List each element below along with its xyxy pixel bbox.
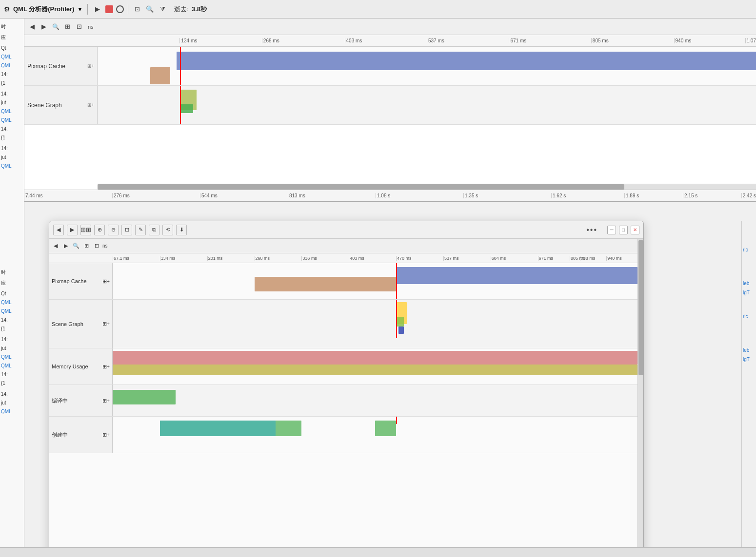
code-line: {1 xyxy=(0,325,24,333)
code-line: jut xyxy=(0,98,24,107)
right-text-leb1: leb xyxy=(742,279,756,288)
search-button[interactable]: 🔍 xyxy=(145,4,155,14)
browser-zoomin-btn[interactable]: ⊕ xyxy=(94,225,105,235)
bottom-status-bar xyxy=(0,547,756,557)
pixmap-blue-bar-top xyxy=(177,52,756,70)
right-annotations: ric leb lgT ric leb lgT xyxy=(741,221,756,557)
inner-create-section: 创建中 ⊞+ xyxy=(49,417,637,453)
inner-pixmap-content xyxy=(113,263,637,299)
browser-back-btn[interactable]: ◀ xyxy=(53,225,64,235)
cursor-line-inner-create xyxy=(396,417,397,424)
inner-memory-section: Memory Usage ⊞+ xyxy=(49,348,637,385)
window-close-btn[interactable]: ✕ xyxy=(631,226,639,234)
profiler-icon: ⚙ xyxy=(4,5,10,13)
code-line: 14: xyxy=(0,390,24,399)
browser-zoomout-btn[interactable]: ⊖ xyxy=(108,225,119,235)
inner-scene-green-bar xyxy=(396,317,404,327)
section-pixmap-cache-top: Pixmap Cache ⊞+ xyxy=(24,47,756,86)
inner-memory-content xyxy=(113,348,637,384)
window-minimize-btn[interactable]: ─ xyxy=(607,226,616,234)
code-line: jut xyxy=(0,344,24,353)
inner-ruler: 67.1 ms 134 ms 201 ms 268 ms 336 ms 403 … xyxy=(49,253,637,263)
stop-button[interactable] xyxy=(105,5,113,13)
right-text-lgt1: lgT xyxy=(742,288,756,297)
inner-pixmap-label: Pixmap Cache ⊞+ xyxy=(49,263,113,299)
browser-download-btn[interactable]: ⬇ xyxy=(176,225,187,235)
browser-copy-btn[interactable]: ⧉ xyxy=(149,225,159,235)
inner-scene-expand[interactable]: ⊞+ xyxy=(102,321,110,327)
inner-create-teal-bar xyxy=(160,421,276,436)
inner-select-btn[interactable]: ⊡ xyxy=(92,242,101,250)
profiler-topbar: ⚙ QML 分析器(Profiler) ▼ ▶ ⊡ 🔍 ⧩ 逝去: 3.8秒 xyxy=(0,0,756,19)
code-line: {1 xyxy=(0,79,24,88)
browser-more-btn[interactable]: ••• xyxy=(586,226,597,234)
fit-btn-top[interactable]: ⊞ xyxy=(62,22,72,32)
scene-graph-label-top: Scene Graph ⊞+ xyxy=(24,86,98,124)
inner-empty-space xyxy=(49,453,637,557)
forward-btn-top[interactable]: ▶ xyxy=(39,22,49,32)
inner-vscroll[interactable] xyxy=(637,239,643,557)
inner-vscroll-thumb[interactable] xyxy=(638,240,643,375)
scene-green-bar-top xyxy=(180,104,193,113)
inner-compile-content xyxy=(113,385,637,416)
attach-button[interactable]: ⊡ xyxy=(132,4,142,14)
code-line: QML xyxy=(0,116,24,125)
inner-create-expand[interactable]: ⊞+ xyxy=(102,432,110,438)
browser-edit-btn[interactable]: ✎ xyxy=(135,225,146,235)
code-line: QML xyxy=(0,353,24,362)
code-line: 应 xyxy=(0,279,24,288)
inner-timeline-container: ◀ ▶ 🔍 ⊞ ⊡ ns 67.1 ms 134 ms 201 ms 268 m… xyxy=(49,239,637,557)
top-timeline-panel: ◀ ▶ 🔍 ⊞ ⊡ ns 134 ms 268 ms 403 ms 537 ms… xyxy=(24,19,756,202)
code-line: QML xyxy=(0,53,24,61)
h-scrollbar-thumb-top[interactable] xyxy=(98,184,624,190)
inner-compile-green-bar xyxy=(113,390,176,404)
filter-button[interactable]: ⧩ xyxy=(158,4,167,14)
top-time-ruler: 134 ms 268 ms 403 ms 537 ms 671 ms 805 m… xyxy=(24,35,756,47)
inner-fit-btn[interactable]: ⊞ xyxy=(82,242,91,250)
code-line: 14: xyxy=(0,90,24,98)
browser-forward-btn[interactable]: ▶ xyxy=(67,225,78,235)
code-line: 时 xyxy=(0,268,24,277)
code-line: 14: xyxy=(0,125,24,134)
browser-transform-btn[interactable]: ⟲ xyxy=(162,225,173,235)
pixmap-expand-top[interactable]: ⊞+ xyxy=(87,63,94,69)
browser-fit-btn[interactable]: ⊡ xyxy=(121,225,132,235)
back-btn-top[interactable]: ◀ xyxy=(27,22,37,32)
h-scrollbar-top[interactable] xyxy=(98,184,756,190)
inner-memory-expand[interactable]: ⊞+ xyxy=(102,364,110,370)
inner-back-btn[interactable]: ◀ xyxy=(51,242,60,250)
profiler-dropdown-icon[interactable]: ▼ xyxy=(77,6,82,12)
inner-forward-btn[interactable]: ▶ xyxy=(61,242,70,250)
bottom-ruler-top: 7.44 ms 276 ms 544 ms 813 ms 1.08 s 1.35… xyxy=(24,190,756,201)
tick-3: 537 ms xyxy=(427,38,444,43)
right-text-ric2: ric xyxy=(742,312,756,321)
top-nav-toolbar: ◀ ▶ 🔍 ⊞ ⊡ ns xyxy=(24,19,756,35)
code-line: Qt xyxy=(0,289,24,298)
code-line: Qt xyxy=(0,44,24,53)
browser-grid-btn[interactable]: ⊞⊞ xyxy=(80,225,91,235)
code-line: QML xyxy=(0,107,24,116)
select-btn-top[interactable]: ⊡ xyxy=(74,22,84,32)
code-line: jut xyxy=(0,399,24,407)
circle-button[interactable] xyxy=(116,5,124,13)
inner-compile-expand[interactable]: ⊞+ xyxy=(102,398,110,404)
code-line: QML xyxy=(0,298,24,307)
inner-scene-content xyxy=(113,300,637,348)
inner-unit-label: ns xyxy=(102,243,108,249)
tick-5: 805 ms xyxy=(591,38,609,43)
inner-pixmap-expand[interactable]: ⊞+ xyxy=(102,278,110,285)
tick-2: 403 ms xyxy=(345,38,362,43)
code-line: 14: xyxy=(0,70,24,79)
elapsed-label: 逝去: xyxy=(174,5,189,14)
window-maximize-btn[interactable]: □ xyxy=(619,226,628,234)
search-btn-top[interactable]: 🔍 xyxy=(51,22,60,32)
record-button[interactable]: ▶ xyxy=(93,4,102,14)
inner-pixmap-section: Pixmap Cache ⊞+ xyxy=(49,263,637,300)
code-line: QML xyxy=(0,362,24,370)
scene-expand-top[interactable]: ⊞+ xyxy=(87,102,94,108)
sep1 xyxy=(128,4,128,14)
code-line: {1 xyxy=(0,379,24,388)
inner-pixmap-blue-bar xyxy=(396,267,637,284)
inner-search-btn[interactable]: 🔍 xyxy=(72,242,80,250)
code-line: 14: xyxy=(0,370,24,379)
